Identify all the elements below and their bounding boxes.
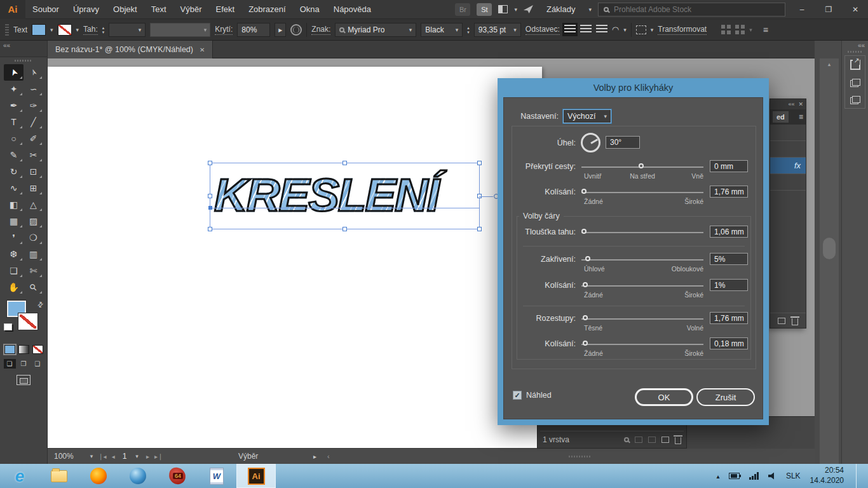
spacing-field[interactable]: 1,76 mm: [710, 312, 748, 324]
export-panel-icon[interactable]: [850, 60, 860, 70]
pen-tool[interactable]: ✒: [4, 97, 24, 114]
pathfinder-panel-icon[interactable]: [850, 79, 860, 87]
color-mode-button[interactable]: [4, 345, 15, 354]
new-effect-icon[interactable]: [778, 318, 785, 324]
column-graph-tool[interactable]: ▥: [24, 246, 43, 262]
selection-tool[interactable]: ➤: [4, 64, 24, 81]
fill-color-swatch[interactable]: [32, 24, 46, 36]
character-label[interactable]: Znak:: [311, 25, 330, 35]
spacing-slider[interactable]: [581, 318, 703, 320]
scissors-tool[interactable]: ✂: [24, 147, 43, 163]
gradient-mode-button[interactable]: [18, 345, 29, 354]
type-tool[interactable]: T: [4, 114, 24, 130]
chevron-down-icon[interactable]: ▾: [513, 27, 517, 33]
appearance-row[interactable]: [770, 125, 806, 141]
opacity-field[interactable]: 80%: [237, 23, 270, 37]
cancel-button[interactable]: Zrušit: [696, 388, 755, 406]
ok-button[interactable]: OK: [635, 388, 693, 406]
chevron-down-icon[interactable]: ▾: [456, 27, 459, 33]
document-tab[interactable]: Bez názvu-1* @ 100% (CMYK/Náhled) ✕: [48, 41, 213, 58]
shape-builder-tool[interactable]: ◧: [4, 196, 24, 213]
menu-okna[interactable]: Okna: [293, 0, 327, 19]
ellipse-tool[interactable]: ○: [4, 130, 24, 147]
draw-behind-button[interactable]: ❐: [18, 359, 30, 369]
close-button[interactable]: ✕: [845, 0, 865, 19]
menu-napoveda[interactable]: Nápověda: [327, 0, 378, 19]
close-icon[interactable]: ✕: [798, 101, 803, 107]
tools-grip[interactable]: [15, 60, 32, 62]
variation2-field[interactable]: 1%: [710, 279, 748, 291]
slider-handle[interactable]: [581, 189, 587, 194]
stroke-swatch[interactable]: [18, 313, 37, 330]
path-overlap-slider[interactable]: [581, 166, 703, 168]
line-segment-tool[interactable]: ╱: [24, 114, 43, 130]
perspective-grid-tool[interactable]: △: [24, 196, 43, 213]
selection-handle[interactable]: [477, 227, 482, 231]
font-style-select[interactable]: Black ▾: [421, 23, 463, 37]
menu-soubor[interactable]: Soubor: [25, 0, 66, 19]
tab-vzhled[interactable]: ed: [773, 111, 789, 123]
delete-layer-icon[interactable]: [675, 437, 681, 444]
angle-field[interactable]: 30°: [606, 136, 640, 149]
align-left-icon[interactable]: [564, 25, 576, 34]
hand-tool[interactable]: ✋: [4, 279, 24, 295]
stroke-weight-stepper[interactable]: ▴▾: [102, 25, 105, 34]
delete-item-icon[interactable]: [792, 318, 798, 325]
menu-efekt[interactable]: Efekt: [209, 0, 242, 19]
slider-handle[interactable]: [581, 229, 587, 234]
stroke-color-swatch[interactable]: [58, 24, 72, 36]
artwork-text[interactable]: KRESLENÍ: [214, 159, 438, 231]
draw-normal-button[interactable]: ❏: [4, 359, 16, 369]
gradient-tool[interactable]: ▨: [24, 213, 43, 229]
slider-handle[interactable]: [639, 163, 644, 168]
taskbar-ie[interactable]: e: [0, 464, 39, 488]
prev-artboard-icon[interactable]: ◂: [112, 453, 115, 460]
align-center-icon[interactable]: [580, 25, 592, 34]
appearance-effect-row[interactable]: fx: [770, 158, 806, 174]
stock-search[interactable]: [598, 3, 785, 17]
menu-vyber[interactable]: Výběr: [173, 0, 209, 19]
appearance-row[interactable]: [770, 141, 806, 158]
artboard[interactable]: KRESLENÍ: [48, 67, 542, 448]
align-right-icon[interactable]: [596, 25, 607, 34]
panel-menu-icon[interactable]: ≡: [763, 25, 768, 35]
panel-grip[interactable]: [5, 24, 9, 36]
transform-label[interactable]: Transformovat: [658, 25, 707, 35]
chevron-down-icon[interactable]: ▾: [623, 27, 627, 33]
slider-handle[interactable]: [583, 282, 588, 287]
transform-panel-icon[interactable]: [850, 96, 860, 104]
chevron-down-icon[interactable]: ▾: [514, 6, 517, 13]
new-layer-icon[interactable]: [661, 437, 669, 443]
chevron-down-icon[interactable]: ▾: [651, 27, 654, 33]
chevron-down-icon[interactable]: ▾: [139, 27, 142, 33]
appearance-row[interactable]: [770, 174, 806, 191]
menu-zobrazeni[interactable]: Zobrazení: [241, 0, 293, 19]
lasso-tool[interactable]: ∽: [24, 81, 43, 97]
select-similar-icon[interactable]: [636, 25, 646, 34]
chevron-down-icon[interactable]: ▾: [50, 27, 53, 33]
volume-icon[interactable]: [768, 472, 776, 480]
bridge-icon[interactable]: Br: [455, 3, 470, 16]
selection-bounding-box[interactable]: KRESLENÍ: [210, 163, 480, 229]
none-mode-button[interactable]: [32, 345, 43, 354]
first-artboard-icon[interactable]: ❘◂: [98, 453, 106, 460]
preview-control[interactable]: ✓ Náhled: [513, 391, 552, 400]
draw-inside-button[interactable]: ❑: [32, 359, 44, 369]
chevron-down-icon[interactable]: ▾: [135, 453, 139, 459]
language-indicator[interactable]: SLK: [786, 471, 801, 480]
chevron-down-icon[interactable]: ▾: [90, 453, 93, 459]
taskbar-firefox[interactable]: [79, 464, 118, 488]
artboard-number[interactable]: 1 ▾: [120, 452, 141, 461]
panel-menu-icon[interactable]: ≡: [799, 112, 803, 121]
variation3-slider[interactable]: [581, 344, 703, 345]
collapse-icon[interactable]: ««: [788, 101, 794, 107]
selection-handle[interactable]: [477, 161, 482, 165]
slider-handle[interactable]: [583, 341, 588, 346]
baseline-handle[interactable]: [208, 206, 212, 210]
angle-dial[interactable]: [581, 133, 600, 152]
menu-objekt[interactable]: Objekt: [106, 0, 144, 19]
direct-selection-tool[interactable]: ➢: [24, 64, 43, 81]
font-size-field[interactable]: 93,35 pt ▾: [474, 23, 521, 37]
scrollbar-thumb[interactable]: [823, 238, 836, 259]
selection-handle[interactable]: [342, 161, 347, 165]
